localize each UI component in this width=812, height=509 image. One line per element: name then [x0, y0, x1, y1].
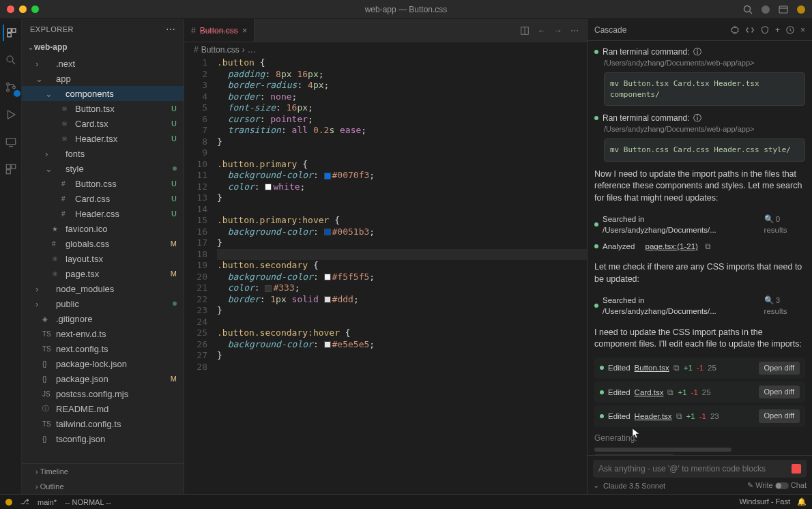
status-dot-icon	[594, 244, 598, 248]
search-result[interactable]: Searched in /Users/andyzhang/Documents/.…	[594, 292, 805, 319]
edit-row[interactable]: Edited Header.tsx ⧉ +1 -1 23Open diff	[594, 405, 805, 426]
open-diff-button[interactable]: Open diff	[759, 386, 800, 398]
shield-icon[interactable]	[760, 25, 770, 35]
chevron-down-icon[interactable]: ⌄	[593, 481, 599, 490]
code-icon[interactable]	[745, 25, 755, 35]
edit-row[interactable]: Edited Button.tsx ⧉ +1 -1 25Open diff	[594, 358, 805, 379]
timeline-section[interactable]: › Timeline	[22, 464, 184, 479]
minimize-window[interactable]	[19, 5, 27, 13]
tree-item[interactable]: ›.next	[22, 56, 184, 71]
root-label: web-app	[34, 42, 68, 52]
close-window[interactable]	[7, 5, 14, 13]
tree-item[interactable]: ⚛layout.tsx	[22, 251, 184, 266]
open-diff-button[interactable]: Open diff	[759, 409, 800, 422]
svg-marker-14	[8, 111, 15, 119]
tree-item[interactable]: ›public	[22, 296, 184, 311]
tree-item[interactable]: ⌄app	[22, 71, 184, 86]
tree-item[interactable]: #Header.cssU	[22, 206, 184, 221]
tree-item[interactable]: ⚛page.tsxM	[22, 266, 184, 281]
close-panel-icon[interactable]: ×	[800, 25, 805, 35]
branch-icon[interactable]: ⎇	[20, 497, 29, 506]
account-icon[interactable]	[796, 4, 807, 15]
code-area[interactable]: 1234567891011121314151617181920212223242…	[184, 57, 587, 494]
tree-item[interactable]: ⓘREADME.md	[22, 401, 184, 416]
tree-item[interactable]: {}tsconfig.json	[22, 431, 184, 446]
tree-item[interactable]: ›fonts	[22, 146, 184, 161]
info-icon[interactable]: ⓘ	[693, 46, 701, 58]
history-icon[interactable]	[785, 25, 795, 35]
tree-item[interactable]: #Card.cssU	[22, 191, 184, 206]
tree-item[interactable]: ›node_modules	[22, 281, 184, 296]
next-icon[interactable]: →	[554, 26, 562, 35]
svg-rect-6	[8, 29, 11, 32]
warning-icon[interactable]	[5, 499, 12, 506]
results-count: 🔍 3 results	[764, 295, 805, 317]
tree-root[interactable]: ⌄ web-app	[22, 40, 184, 55]
file-tree: ›.next⌄app⌄components⚛Button.tsxU⚛Card.t…	[22, 55, 184, 463]
edit-row[interactable]: Edited Card.tsx ⧉ +1 -1 25Open diff	[594, 381, 805, 403]
chat-input[interactable]: Ask anything - use '@' to mention code b…	[593, 460, 807, 478]
search-icon[interactable]	[742, 4, 753, 15]
copilot-icon[interactable]	[760, 4, 771, 15]
tree-item[interactable]: ◈.gitignore	[22, 311, 184, 326]
tree-item[interactable]: {}package-lock.json	[22, 356, 184, 371]
close-tab-icon[interactable]: ×	[242, 25, 248, 35]
windsurf-status[interactable]: Windsurf - Fast	[739, 497, 790, 506]
status-dot-icon	[594, 222, 598, 227]
tree-item[interactable]: {}package.jsonM	[22, 371, 184, 386]
editor-actions: ← → ⋯	[520, 19, 587, 42]
status-dot-icon	[594, 304, 598, 308]
source-control-icon[interactable]	[3, 79, 19, 96]
tree-item[interactable]: ⚛Button.tsxU	[22, 101, 184, 116]
tree-item[interactable]: ★favicon.ico	[22, 221, 184, 236]
traffic-lights	[0, 5, 39, 13]
cascade-title: Cascade	[594, 25, 626, 35]
tree-item[interactable]: JSpostcss.config.mjs	[22, 386, 184, 401]
generating-label: Generating.	[594, 433, 805, 444]
input-placeholder: Ask anything - use '@' to mention code b…	[598, 464, 766, 474]
search-result[interactable]: Searched in /Users/andyzhang/Documents/.…	[594, 211, 805, 238]
search-activity-icon[interactable]	[3, 52, 19, 68]
svg-rect-15	[6, 139, 16, 145]
tree-item[interactable]: TStailwind.config.ts	[22, 416, 184, 431]
open-diff-button[interactable]: Open diff	[759, 362, 800, 375]
sidebar-more-icon[interactable]: ⋯	[166, 24, 176, 35]
gutter: 1234567891011121314151617181920212223242…	[184, 57, 217, 494]
activitybar	[0, 19, 22, 494]
breadcrumb-sep: ›	[242, 45, 245, 55]
terminal-step: Ran terminal command: ⓘ /Users/andyzhang…	[594, 46, 805, 106]
sidebar-header: Explorer ⋯	[22, 19, 184, 40]
stop-button[interactable]	[792, 464, 801, 474]
copy-icon[interactable]: ⧉	[705, 241, 711, 252]
split-editor-icon[interactable]	[520, 26, 530, 35]
tree-item[interactable]: TSnext-env.d.ts	[22, 326, 184, 341]
debug-icon[interactable]	[3, 106, 19, 123]
tab-button-css[interactable]: # Button.css ×	[184, 19, 255, 42]
bell-icon[interactable]: 🔔	[797, 497, 807, 506]
tree-item[interactable]: #globals.cssM	[22, 236, 184, 251]
write-chat-toggle[interactable]: ✎ Write Chat	[747, 481, 807, 490]
settings-icon[interactable]	[730, 25, 740, 35]
tree-item[interactable]: ⚛Header.tsxU	[22, 131, 184, 146]
tree-item[interactable]: ⌄components	[22, 86, 184, 101]
tree-item[interactable]: #Button.cssU	[22, 176, 184, 191]
layout-icon[interactable]	[778, 4, 789, 15]
remote-icon[interactable]	[3, 134, 19, 150]
tree-item[interactable]: TSnext.config.ts	[22, 341, 184, 356]
outline-section[interactable]: › Outline	[22, 479, 184, 494]
model-label[interactable]: Claude 3.5 Sonnet	[603, 482, 665, 490]
tree-item[interactable]: ⌄style	[22, 161, 184, 176]
breadcrumb[interactable]: # Button.css › …	[184, 42, 587, 57]
plus-icon[interactable]: +	[775, 25, 780, 35]
info-icon[interactable]: ⓘ	[693, 113, 701, 124]
code-content[interactable]: .button { padding: 8px 16px; border-radi…	[217, 57, 587, 494]
more-actions-icon[interactable]: ⋯	[570, 26, 579, 35]
analyzed-row[interactable]: Analyzed page.tsx:(1-21) ⧉	[594, 238, 805, 254]
prev-icon[interactable]: ←	[538, 26, 546, 35]
git-branch[interactable]: main*	[38, 498, 57, 506]
explorer-icon[interactable]	[3, 25, 19, 41]
sidebar-title: Explorer	[30, 25, 74, 33]
extensions-icon[interactable]	[3, 161, 19, 177]
zoom-window[interactable]	[31, 5, 39, 13]
tree-item[interactable]: ⚛Card.tsxU	[22, 116, 184, 131]
